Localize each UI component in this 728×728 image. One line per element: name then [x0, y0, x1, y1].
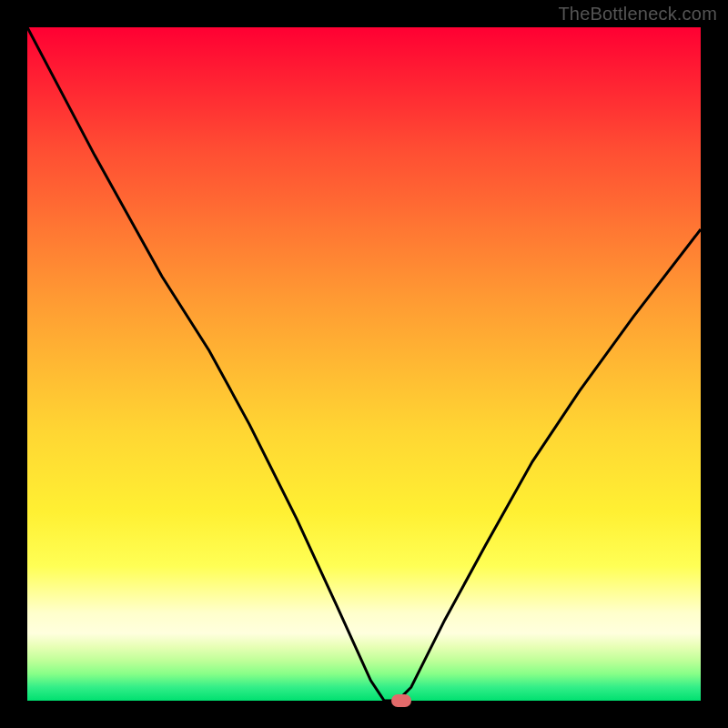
bottleneck-curve [27, 27, 701, 701]
watermark-text: TheBottleneck.com [558, 4, 717, 25]
chart-frame: TheBottleneck.com [0, 0, 728, 728]
optimum-marker [391, 694, 411, 707]
plot-area [27, 27, 701, 701]
curve-path [27, 27, 701, 701]
